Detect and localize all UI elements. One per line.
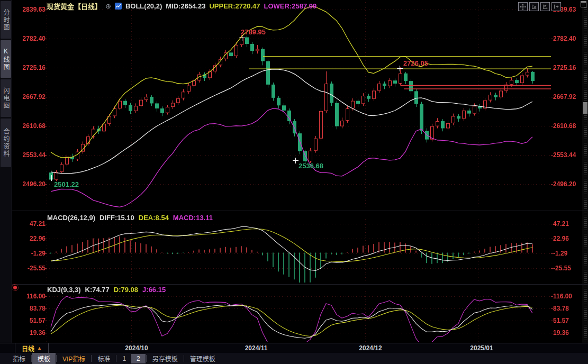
period-dropdown-arrow: ▲ [37,345,42,351]
price-axis-label-right: 2725.16 [553,64,584,71]
price-axis-label-left: 2667.92 [15,93,46,101]
price-axis-label-left: 2496.20 [15,180,46,188]
toolbar-item-5[interactable]: 2 [131,354,146,363]
toolbar-item-1[interactable]: 模板 [32,353,56,364]
boll-mid-value: MID:2654.23 [166,2,205,10]
scale-right-icon[interactable] [540,2,550,11]
pane-divider[interactable] [12,211,588,211]
x-axis-date-2: 2024/12 [359,344,382,352]
x-axis-date-1: 2024/11 [245,344,268,352]
toolbar-item-4[interactable]: 1 [117,354,131,363]
kdj-d-value: D:79.08 [114,286,138,294]
price-annotation-2: 2536.68 [298,162,323,170]
time-axis-bar: 日线 ▲ 2024/102024/112024/122025/01 [0,343,588,353]
collapse-panel-icon[interactable] [551,2,561,11]
kdj-j-value: J:66.15 [142,286,166,294]
toolbar-item-3[interactable]: 标准 [92,353,115,364]
macd-diff-value: DIFF:15.10 [99,214,134,222]
price-axis-label-right: 2553.44 [553,151,584,159]
macd-label: MACD(26,12,9) [47,214,95,222]
macd-axis-label-right: -1.29 [553,250,584,257]
price-axis-label-left: 2839.63 [15,6,46,13]
crosshair-icon[interactable] [518,2,528,11]
scale-left-icon[interactable] [529,2,539,11]
sidebar-item-2[interactable]: 闪电图 [1,79,11,117]
alert-indicator-icon [13,286,17,289]
bottom-toolbar: 指标模板VIP指标标准12另存模板管理模板 [0,353,588,364]
macd-axis-label-right: -25.55 [553,265,584,272]
kdj-axis-label-left: 83.78 [15,305,46,312]
toolbar-separator [184,355,184,362]
price-axis-label-left: 2553.44 [15,151,46,159]
kdj-header: KDJ(9,3,3) K:74.77 D:79.08 J:66.15 [47,286,166,294]
chart-type-sidebar: 分时图K线图闪电图合约资料 [0,0,12,364]
price-axis-label-right: 2667.92 [553,93,584,101]
kdj-axis-label-right: 83.78 [553,305,584,312]
pane-divider[interactable] [12,284,588,285]
toolbar-separator [91,355,92,362]
macd-axis-label-left: 22.96 [15,235,46,242]
x-axis-date-0: 2024/10 [125,344,148,352]
macd-axis-label-left: -25.55 [15,265,46,272]
toolbar-item-2[interactable]: VIP指标 [57,353,91,364]
kdj-axis-label-left: 116.00 [15,293,46,300]
kdj-axis-label-left: 51.57 [15,317,46,324]
toolbar-item-7[interactable]: 管理模板 [185,353,221,364]
indicator-icon[interactable] [115,3,122,10]
boll-upper-value: UPPER:2720.47 [209,2,260,10]
boll-label: BOLL(20,2) [125,2,162,10]
period-label: 日线 [22,344,34,353]
price-annotation-0: 2789.95 [241,28,266,36]
toolbar-item-0[interactable]: 指标 [7,353,31,364]
price-axis-label-left: 2610.68 [15,122,46,130]
main-chart-canvas[interactable] [0,0,588,364]
macd-macd-value: MACD:13.11 [173,214,213,222]
toolbar-item-6[interactable]: 另存模板 [147,353,183,364]
kdj-axis-label-left: 19.36 [15,329,46,336]
toolbar-separator [116,355,116,362]
scrollbar-strip[interactable] [582,0,588,364]
instrument-title: 现货黄金【日线】 [47,1,102,11]
macd-axis-label-left: -1.29 [15,250,46,257]
price-axis-label-right: 2610.68 [553,122,584,130]
price-annotation-3: 2501.22 [54,180,79,188]
macd-axis-label-right: 47.21 [553,220,584,228]
trading-app-window: 分时图K线图闪电图合约资料 现货黄金【日线】 ⊕ BOLL(20,2) MID:… [0,0,588,364]
kdj-axis-label-right: 51.57 [553,317,584,324]
toolbar-separator [56,355,57,362]
price-axis-label-right: 2782.40 [553,35,584,42]
kdj-k-value: K:74.77 [85,286,110,294]
price-axis-label-right: 2496.20 [553,180,584,188]
kdj-axis-label-right: 19.36 [553,329,584,336]
price-axis-label-left: 2725.16 [15,64,46,71]
macd-axis-label-right: 22.96 [553,235,584,242]
chart-header: 现货黄金【日线】 ⊕ BOLL(20,2) MID:2654.23 UPPER:… [47,2,316,11]
kdj-label: KDJ(9,3,3) [47,286,81,294]
price-axis-label-left: 2782.40 [15,35,46,42]
x-axis-date-3: 2025/01 [470,344,493,352]
chart-toolbar-icons [518,2,561,11]
toolbar-separator [31,355,32,362]
period-selector[interactable]: 日线 ▲ [15,343,49,353]
boll-lower-value: LOWER:2587.99 [264,2,317,10]
sidebar-item-3[interactable]: 合约资料 [1,119,11,167]
macd-dea-value: DEA:8.54 [139,214,169,222]
restore-window-icon[interactable] [581,1,586,7]
expand-icon[interactable]: ⊕ [105,2,111,10]
sidebar-item-1[interactable]: K线图 [1,40,11,78]
kdj-axis-label-right: 116.00 [553,293,584,300]
macd-axis-label-left: 47.21 [15,220,46,228]
macd-header: MACD(26,12,9) DIFF:15.10 DEA:8.54 MACD:1… [47,214,213,222]
sidebar-item-0[interactable]: 分时图 [1,1,11,39]
price-annotation-1: 2726.05 [403,59,428,67]
toolbar-separator [146,355,147,362]
